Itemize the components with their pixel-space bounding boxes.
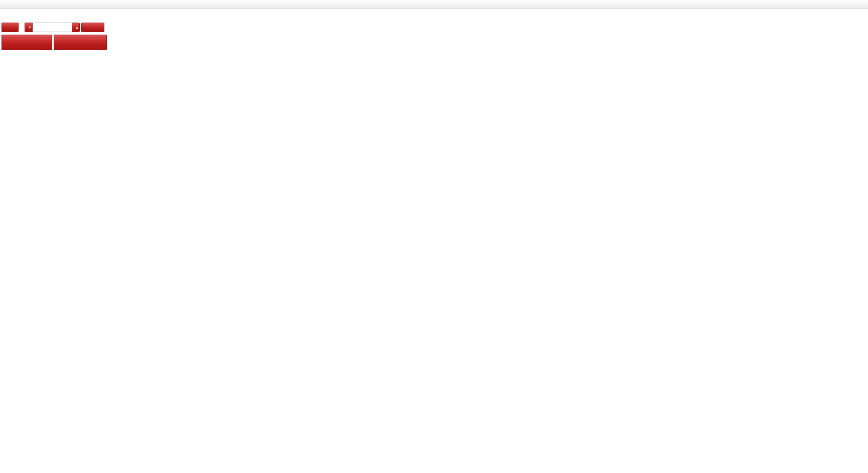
main-toolbar [0, 0, 868, 9]
volume-decrease-button[interactable]: ▼ [25, 23, 33, 32]
sell-price-button[interactable] [2, 35, 52, 50]
buy-button[interactable] [81, 23, 104, 32]
chart-canvas[interactable] [0, 0, 868, 473]
one-click-trading-panel: ▼ ▲ [2, 23, 107, 32]
chart-quote-header [3, 11, 9, 17]
volume-input[interactable] [33, 23, 72, 32]
sell-button[interactable] [2, 23, 19, 32]
buy-price-button[interactable] [54, 35, 107, 50]
volume-increase-button[interactable]: ▲ [72, 23, 80, 32]
